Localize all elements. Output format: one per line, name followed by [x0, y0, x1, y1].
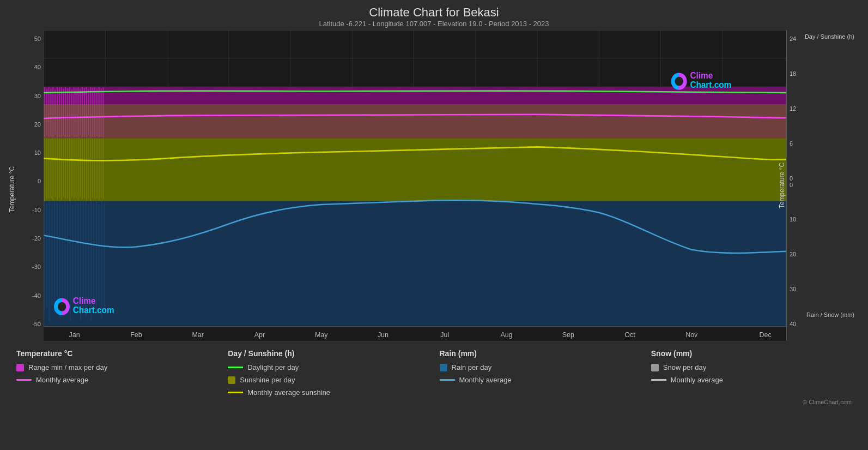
left-label-overlay: Temperature °C — [778, 163, 786, 208]
right-top-label: Day / Sunshine (h) — [805, 33, 854, 41]
main-title: Climate Chart for Bekasi — [11, 5, 857, 20]
title-section: Climate Chart for Bekasi Latitude -6.221… — [11, 5, 857, 28]
chart-svg: Clime Chart.com Clime Chart.com Jan Feb … — [44, 30, 786, 341]
temp-avg-line — [16, 379, 32, 381]
legend-item-temp-avg: Monthly average — [16, 376, 217, 384]
svg-text:Jul: Jul — [440, 330, 449, 339]
y-left-label: Temperature °C — [8, 166, 16, 212]
subtitle: Latitude -6.221 - Longitude 107.007 - El… — [11, 20, 857, 28]
legend-item-daylight: Daylight per day — [228, 363, 428, 371]
svg-text:Jan: Jan — [69, 330, 80, 339]
svg-text:Dec: Dec — [760, 330, 772, 339]
svg-rect-152 — [44, 104, 786, 201]
legend-item-snow-swatch: Snow per day — [651, 363, 852, 371]
legend-col-snow: Snow (mm) Snow per day Monthly average — [646, 349, 857, 397]
svg-text:May: May — [315, 330, 328, 339]
sunshine-swatch — [228, 376, 235, 384]
legend-title-temp: Temperature °C — [16, 349, 217, 358]
legend-title-sunshine: Day / Sunshine (h) — [228, 349, 428, 358]
svg-text:Sep: Sep — [562, 330, 574, 339]
legend: Temperature °C Range min / max per day M… — [11, 349, 857, 397]
legend-item-rain-swatch: Rain per day — [440, 363, 640, 371]
legend-col-sunshine: Day / Sunshine (h) Daylight per day Suns… — [222, 349, 434, 397]
svg-text:Aug: Aug — [500, 330, 512, 339]
svg-rect-153 — [44, 201, 786, 327]
legend-item-sunshine-swatch: Sunshine per day — [228, 376, 428, 384]
snow-swatch — [651, 364, 659, 371]
temp-range-swatch — [16, 364, 24, 371]
y-axis-left: Temperature °C 50 40 30 20 10 0 -10 -20 … — [11, 30, 44, 341]
svg-text:Mar: Mar — [192, 330, 204, 339]
legend-item-snow-avg: Monthly average — [651, 376, 852, 384]
y-right-top: 24 18 12 6 0 — [786, 30, 857, 182]
svg-text:Jun: Jun — [378, 330, 389, 339]
legend-title-snow: Snow (mm) — [651, 349, 852, 358]
rain-swatch — [440, 364, 447, 371]
chart-wrapper: Temperature °C 50 40 30 20 10 0 -10 -20 … — [11, 30, 857, 341]
svg-text:Feb: Feb — [130, 330, 142, 339]
legend-col-rain: Rain (mm) Rain per day Monthly average — [434, 349, 646, 397]
legend-col-temperature: Temperature °C Range min / max per day M… — [11, 349, 222, 397]
page-container: Climate Chart for Bekasi Latitude -6.221… — [0, 0, 868, 450]
snow-avg-line — [651, 379, 666, 381]
right-bottom-label: Rain / Snow (mm) — [789, 311, 854, 319]
svg-text:Chart.com: Chart.com — [73, 304, 114, 315]
svg-point-159 — [58, 302, 66, 311]
legend-item-sunshine-avg: Monthly average sunshine — [228, 388, 428, 397]
copyright: © ClimeChart.com — [11, 399, 857, 405]
legend-title-rain: Rain (mm) — [440, 349, 640, 358]
svg-text:Nov: Nov — [685, 330, 698, 339]
svg-point-156 — [675, 77, 683, 86]
legend-item-temp-range: Range min / max per day — [16, 363, 217, 371]
svg-text:Apr: Apr — [254, 330, 265, 339]
rain-avg-line — [440, 379, 455, 381]
svg-text:Oct: Oct — [624, 330, 635, 339]
daylight-line — [228, 367, 243, 368]
chart-area: Clime Chart.com Clime Chart.com Jan Feb … — [44, 30, 786, 341]
y-axis-right-container: 24 18 12 6 0 Day / Sunshine (h) 0 10 20 … — [786, 30, 857, 341]
sunshine-avg-line — [228, 392, 243, 393]
svg-text:Chart.com: Chart.com — [690, 79, 731, 89]
legend-item-rain-avg: Monthly average — [440, 376, 640, 384]
